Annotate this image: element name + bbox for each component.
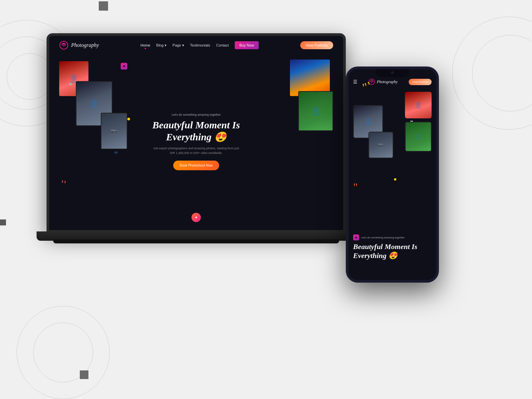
nav-link-page[interactable]: Page ▾	[173, 43, 184, 48]
nav-links: Home Blog ▾ Page ▾ Testimonials	[140, 41, 259, 49]
heart-decoration: ♥	[121, 63, 127, 69]
view-portfolio-button[interactable]: View Portfolio	[300, 41, 333, 49]
phone-heart-icon: ♥	[353, 234, 359, 240]
phone-logo-text: Photography	[377, 79, 398, 84]
dot-decoration-1	[69, 83, 72, 85]
phone-device: ☰ Photography View Portfolio 👤	[346, 66, 439, 283]
phone-star-decoration	[394, 178, 396, 181]
photo-photographer-left: 📷	[101, 113, 127, 149]
scroll-down-button[interactable]: ▾	[192, 213, 201, 222]
quotes-decoration: "	[114, 149, 118, 160]
nav-link-home[interactable]: Home	[140, 43, 150, 47]
star-decoration	[127, 118, 130, 120]
hero-title: Beautyful Moment Is Everything 😍	[146, 119, 246, 143]
phone-hero-content: ♥ Let's do something amazing together Be…	[348, 234, 436, 260]
site-logo-text: Photography	[71, 42, 99, 48]
phone-photo-outdoor: 👤	[405, 122, 432, 152]
phone-quotes-decoration: "	[353, 181, 358, 194]
phone-logo-icon	[368, 78, 375, 85]
phone-menu-icon[interactable]: ☰	[353, 79, 357, 84]
svg-point-3	[371, 81, 373, 83]
phone-portfolio-button[interactable]: View Portfolio	[409, 79, 432, 85]
laptop-device: Photography Home Blog ▾ Page ▾	[47, 33, 346, 266]
phone-hero-title: Beautyful Moment Is Everything 😍	[353, 242, 432, 260]
site-logo: Photography	[59, 41, 99, 50]
photo-outdoor: 👤	[298, 91, 333, 131]
phone-frame: ☰ Photography View Portfolio 👤	[346, 66, 439, 283]
phone-screen: ☰ Photography View Portfolio 👤	[348, 69, 436, 280]
laptop-screen-frame: Photography Home Blog ▾ Page ▾	[47, 33, 346, 233]
phone-photo-collage: 👤 👤 📷 👤	[348, 92, 436, 158]
phone-tagline: Let's do something amazing together	[361, 236, 405, 239]
phone-camera	[391, 71, 394, 74]
phone-tagline-row: ♥ Let's do something amazing together	[353, 234, 432, 240]
laptop-screen: Photography Home Blog ▾ Page ▾	[49, 36, 343, 230]
hero-section: ♥ " 👤 👤 📷 👤	[49, 55, 343, 229]
phone-logo: Photography	[368, 78, 398, 85]
hero-description: Get expert photographers and amazing pho…	[146, 146, 246, 155]
phone-photo-photographer: 📷	[368, 132, 393, 158]
nav-link-blog[interactable]: Blog ▾	[156, 43, 167, 48]
laptop-base-bottom	[53, 239, 339, 243]
logo-icon	[59, 41, 68, 50]
nav-link-testimonials[interactable]: Testimonials	[190, 43, 210, 47]
phone-photo-woman: 👤	[405, 92, 432, 118]
buy-now-button[interactable]: Buy Now	[235, 41, 259, 49]
book-photoshoot-button[interactable]: Book Photoshoot Now	[173, 161, 219, 170]
site-navbar: Photography Home Blog ▾ Page ▾	[49, 36, 343, 55]
photo-sunset	[290, 60, 330, 96]
nav-link-contact[interactable]: Contact	[216, 43, 229, 47]
hero-tagline: Let's do something amazing together	[146, 113, 246, 116]
svg-point-1	[63, 44, 65, 47]
hero-center-content: Let's do something amazing together Beau…	[146, 113, 246, 170]
